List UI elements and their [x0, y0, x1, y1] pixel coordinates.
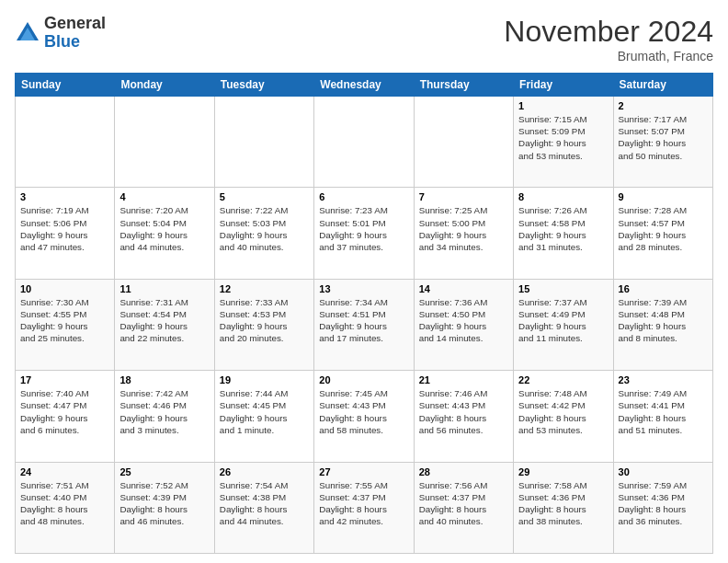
- day-cell: 20Sunrise: 7:45 AM Sunset: 4:43 PM Dayli…: [314, 371, 414, 462]
- header-thursday: Thursday: [414, 74, 513, 97]
- week-row-3: 17Sunrise: 7:40 AM Sunset: 4:47 PM Dayli…: [16, 371, 713, 462]
- day-number: 9: [619, 191, 708, 202]
- day-number: 23: [619, 374, 708, 385]
- day-info: Sunrise: 7:34 AM Sunset: 4:51 PM Dayligh…: [319, 296, 408, 345]
- day-info: Sunrise: 7:20 AM Sunset: 5:04 PM Dayligh…: [119, 204, 209, 253]
- day-number: 6: [319, 191, 408, 202]
- day-info: Sunrise: 7:48 AM Sunset: 4:42 PM Dayligh…: [518, 387, 608, 436]
- week-row-2: 10Sunrise: 7:30 AM Sunset: 4:55 PM Dayli…: [16, 279, 713, 370]
- day-number: 4: [119, 191, 209, 202]
- day-cell: [16, 97, 115, 188]
- day-cell: 11Sunrise: 7:31 AM Sunset: 4:54 PM Dayli…: [115, 279, 214, 370]
- day-info: Sunrise: 7:54 AM Sunset: 4:38 PM Dayligh…: [220, 479, 309, 528]
- day-info: Sunrise: 7:49 AM Sunset: 4:41 PM Dayligh…: [619, 387, 708, 436]
- day-number: 22: [518, 374, 608, 385]
- day-cell: 29Sunrise: 7:58 AM Sunset: 4:36 PM Dayli…: [514, 462, 613, 553]
- day-info: Sunrise: 7:55 AM Sunset: 4:37 PM Dayligh…: [319, 479, 408, 528]
- day-cell: 15Sunrise: 7:37 AM Sunset: 4:49 PM Dayli…: [514, 279, 613, 370]
- day-cell: 26Sunrise: 7:54 AM Sunset: 4:38 PM Dayli…: [214, 462, 313, 553]
- day-number: 25: [119, 466, 209, 477]
- day-info: Sunrise: 7:59 AM Sunset: 4:36 PM Dayligh…: [619, 479, 708, 528]
- day-cell: [214, 97, 313, 188]
- day-info: Sunrise: 7:45 AM Sunset: 4:43 PM Dayligh…: [319, 387, 408, 436]
- page: General Blue November 2024 Brumath, Fran…: [0, 0, 728, 563]
- day-info: Sunrise: 7:31 AM Sunset: 4:54 PM Dayligh…: [119, 296, 209, 345]
- day-number: 5: [220, 191, 309, 202]
- week-row-0: 1Sunrise: 7:15 AM Sunset: 5:09 PM Daylig…: [16, 97, 713, 188]
- day-cell: 28Sunrise: 7:56 AM Sunset: 4:37 PM Dayli…: [414, 462, 513, 553]
- day-info: Sunrise: 7:26 AM Sunset: 4:58 PM Dayligh…: [518, 204, 608, 253]
- day-cell: 3Sunrise: 7:19 AM Sunset: 5:06 PM Daylig…: [16, 188, 115, 279]
- day-info: Sunrise: 7:17 AM Sunset: 5:07 PM Dayligh…: [619, 113, 708, 162]
- day-info: Sunrise: 7:23 AM Sunset: 5:01 PM Dayligh…: [319, 204, 408, 253]
- day-number: 11: [119, 283, 209, 294]
- day-info: Sunrise: 7:19 AM Sunset: 5:06 PM Dayligh…: [20, 204, 109, 253]
- day-number: 27: [319, 466, 408, 477]
- day-number: 15: [518, 283, 608, 294]
- day-number: 1: [518, 100, 608, 111]
- header-saturday: Saturday: [613, 74, 712, 97]
- day-info: Sunrise: 7:28 AM Sunset: 4:57 PM Dayligh…: [619, 204, 708, 253]
- week-row-1: 3Sunrise: 7:19 AM Sunset: 5:06 PM Daylig…: [16, 188, 713, 279]
- calendar-body: 1Sunrise: 7:15 AM Sunset: 5:09 PM Daylig…: [16, 97, 713, 554]
- day-cell: [115, 97, 214, 188]
- day-cell: 27Sunrise: 7:55 AM Sunset: 4:37 PM Dayli…: [314, 462, 414, 553]
- day-info: Sunrise: 7:51 AM Sunset: 4:40 PM Dayligh…: [20, 479, 109, 528]
- day-info: Sunrise: 7:36 AM Sunset: 4:50 PM Dayligh…: [419, 296, 508, 345]
- day-info: Sunrise: 7:44 AM Sunset: 4:45 PM Dayligh…: [220, 387, 309, 436]
- day-cell: 2Sunrise: 7:17 AM Sunset: 5:07 PM Daylig…: [613, 97, 712, 188]
- day-cell: 22Sunrise: 7:48 AM Sunset: 4:42 PM Dayli…: [514, 371, 613, 462]
- day-number: 28: [419, 466, 508, 477]
- day-number: 14: [419, 283, 508, 294]
- header-tuesday: Tuesday: [214, 74, 313, 97]
- day-info: Sunrise: 7:42 AM Sunset: 4:46 PM Dayligh…: [119, 387, 209, 436]
- day-number: 8: [518, 191, 608, 202]
- day-number: 2: [619, 100, 708, 111]
- day-cell: 21Sunrise: 7:46 AM Sunset: 4:43 PM Dayli…: [414, 371, 513, 462]
- day-info: Sunrise: 7:30 AM Sunset: 4:55 PM Dayligh…: [20, 296, 109, 345]
- header-row: SundayMondayTuesdayWednesdayThursdayFrid…: [16, 74, 713, 97]
- day-cell: 13Sunrise: 7:34 AM Sunset: 4:51 PM Dayli…: [314, 279, 414, 370]
- day-number: 7: [419, 191, 508, 202]
- day-number: 29: [518, 466, 608, 477]
- day-number: 10: [20, 283, 109, 294]
- day-number: 17: [20, 374, 109, 385]
- day-info: Sunrise: 7:52 AM Sunset: 4:39 PM Dayligh…: [119, 479, 209, 528]
- day-number: 19: [220, 374, 309, 385]
- day-info: Sunrise: 7:46 AM Sunset: 4:43 PM Dayligh…: [419, 387, 508, 436]
- day-cell: 17Sunrise: 7:40 AM Sunset: 4:47 PM Dayli…: [16, 371, 115, 462]
- day-cell: [314, 97, 414, 188]
- header-friday: Friday: [514, 74, 613, 97]
- title-section: November 2024 Brumath, France: [504, 15, 713, 63]
- day-number: 26: [220, 466, 309, 477]
- logo-text: General Blue: [44, 15, 106, 52]
- day-info: Sunrise: 7:58 AM Sunset: 4:36 PM Dayligh…: [518, 479, 608, 528]
- day-cell: 30Sunrise: 7:59 AM Sunset: 4:36 PM Dayli…: [613, 462, 712, 553]
- day-info: Sunrise: 7:22 AM Sunset: 5:03 PM Dayligh…: [220, 204, 309, 253]
- header: General Blue November 2024 Brumath, Fran…: [15, 15, 713, 63]
- day-info: Sunrise: 7:56 AM Sunset: 4:37 PM Dayligh…: [419, 479, 508, 528]
- day-number: 30: [619, 466, 708, 477]
- day-number: 13: [319, 283, 408, 294]
- day-cell: 6Sunrise: 7:23 AM Sunset: 5:01 PM Daylig…: [314, 188, 414, 279]
- day-cell: 19Sunrise: 7:44 AM Sunset: 4:45 PM Dayli…: [214, 371, 313, 462]
- logo-general: General: [44, 14, 106, 32]
- header-monday: Monday: [115, 74, 214, 97]
- day-number: 20: [319, 374, 408, 385]
- day-cell: 10Sunrise: 7:30 AM Sunset: 4:55 PM Dayli…: [16, 279, 115, 370]
- day-cell: 12Sunrise: 7:33 AM Sunset: 4:53 PM Dayli…: [214, 279, 313, 370]
- day-number: 18: [119, 374, 209, 385]
- day-cell: 14Sunrise: 7:36 AM Sunset: 4:50 PM Dayli…: [414, 279, 513, 370]
- day-cell: 1Sunrise: 7:15 AM Sunset: 5:09 PM Daylig…: [514, 97, 613, 188]
- day-info: Sunrise: 7:37 AM Sunset: 4:49 PM Dayligh…: [518, 296, 608, 345]
- day-cell: 7Sunrise: 7:25 AM Sunset: 5:00 PM Daylig…: [414, 188, 513, 279]
- day-info: Sunrise: 7:25 AM Sunset: 5:00 PM Dayligh…: [419, 204, 508, 253]
- day-cell: 25Sunrise: 7:52 AM Sunset: 4:39 PM Dayli…: [115, 462, 214, 553]
- location: Brumath, France: [504, 49, 713, 63]
- logo: General Blue: [15, 15, 106, 52]
- day-info: Sunrise: 7:40 AM Sunset: 4:47 PM Dayligh…: [20, 387, 109, 436]
- calendar-header: SundayMondayTuesdayWednesdayThursdayFrid…: [16, 74, 713, 97]
- day-cell: 24Sunrise: 7:51 AM Sunset: 4:40 PM Dayli…: [16, 462, 115, 553]
- day-cell: 16Sunrise: 7:39 AM Sunset: 4:48 PM Dayli…: [613, 279, 712, 370]
- day-number: 3: [20, 191, 109, 202]
